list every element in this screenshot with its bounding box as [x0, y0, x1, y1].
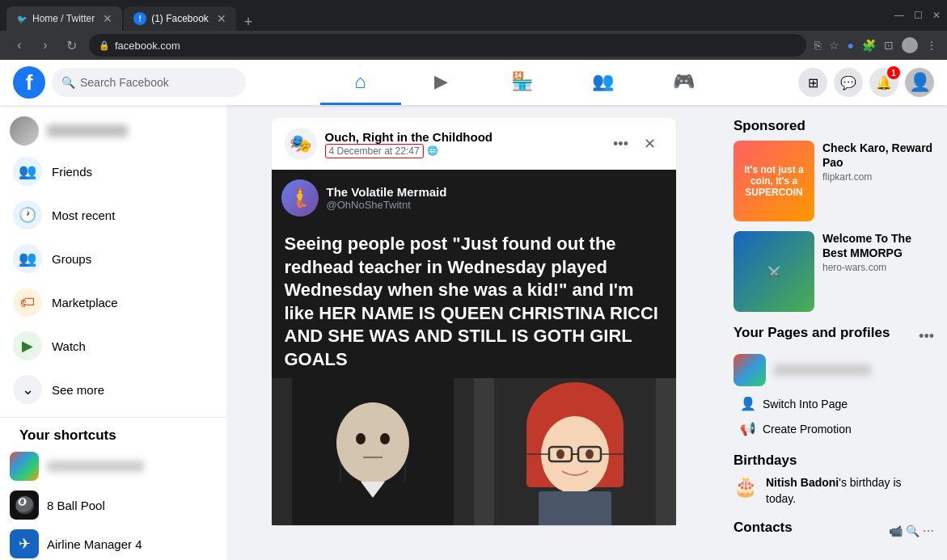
- search-icon: 🔍: [61, 76, 75, 89]
- minimize-button[interactable]: —: [894, 10, 904, 21]
- sidebar-item-most-recent[interactable]: 🕐 Most recent: [3, 194, 223, 236]
- menu-icon[interactable]: ⋮: [926, 39, 937, 52]
- birthdays-section: Birthdays 🎂 Nitish Badoni's birthday is …: [734, 453, 934, 507]
- puzzle-icon[interactable]: 🧩: [862, 39, 876, 52]
- fb-header: f 🔍 Search Facebook ⌂ ▶ 🏪 👥 🎮 ⊞ 💬 🔔 1: [0, 60, 947, 105]
- profile-circle[interactable]: [902, 37, 918, 53]
- sidebar-item-marketplace[interactable]: 🏷 Marketplace: [3, 281, 223, 323]
- extension-icon[interactable]: ●: [848, 39, 854, 52]
- shortcut-blurred-label: [47, 461, 144, 472]
- post-close-button[interactable]: ✕: [637, 131, 663, 157]
- sidebar-divider: [0, 417, 226, 418]
- ad-herowars[interactable]: ⚔️ Welcome To The Best MMORPG hero-wars.…: [734, 231, 934, 312]
- sidebar-label-groups: Groups: [52, 252, 91, 266]
- contacts-header: Contacts 📹 🔍 ⋯: [734, 520, 934, 542]
- nav-buttons: ‹ › ↻: [10, 36, 81, 55]
- fb-logo[interactable]: f: [13, 66, 45, 99]
- herowars-ad-thumb: ⚔️: [734, 231, 814, 312]
- contacts-actions: 📹 🔍 ⋯: [889, 524, 934, 537]
- back-button[interactable]: ‹: [10, 36, 29, 55]
- messenger-button[interactable]: 💬: [834, 68, 863, 97]
- nav-home[interactable]: ⌂: [320, 60, 401, 105]
- wednesday-image: [272, 378, 474, 525]
- svg-rect-20: [539, 491, 611, 525]
- forward-button[interactable]: ›: [36, 36, 55, 55]
- tab-facebook[interactable]: f (1) Facebook ✕: [124, 6, 236, 31]
- bookmark-icon[interactable]: ☆: [829, 39, 839, 52]
- switch-page-label: Switch Into Page: [763, 398, 848, 411]
- address-actions: ⎘ ☆ ● 🧩 ⊡ ⋮: [814, 37, 937, 53]
- close-button[interactable]: ✕: [932, 10, 941, 21]
- post-body: 🧜 The Volatile Mermaid @OhNoSheTwitnt Se…: [272, 170, 676, 525]
- window-controls: — ☐ ✕: [894, 10, 941, 21]
- gaming-nav-icon: 🎮: [673, 71, 695, 92]
- address-bar: ‹ › ↻ 🔒 facebook.com ⎘ ☆ ● 🧩 ⊡ ⋮: [0, 31, 947, 60]
- redhead-image: [474, 378, 676, 525]
- new-tab-button[interactable]: +: [238, 14, 260, 31]
- shortcuts-title: Your shortcuts: [10, 424, 217, 447]
- grid-menu-button[interactable]: ⊞: [798, 68, 827, 97]
- post-page-emoji: 🎭: [290, 133, 311, 154]
- groups-icon: 👥: [13, 244, 42, 273]
- post-page-icon: 🎭: [285, 128, 317, 160]
- maximize-button[interactable]: ☐: [914, 10, 923, 21]
- contacts-more-button[interactable]: ⋯: [923, 524, 934, 537]
- tab-twitter-close[interactable]: ✕: [103, 12, 112, 25]
- nav-gaming[interactable]: 🎮: [644, 60, 725, 105]
- notifications-button[interactable]: 🔔 1: [869, 68, 898, 97]
- airline-label: Airline Manager 4: [47, 537, 142, 551]
- post-header: 🎭 Ouch, Right in the Childhood 4 Decembe…: [272, 118, 676, 170]
- flipkart-ad-info: Check Karo, Reward Pao flipkart.com: [822, 141, 934, 221]
- create-promotion-button[interactable]: 📢 Create Promotion: [734, 418, 934, 440]
- search-box[interactable]: 🔍 Search Facebook: [52, 68, 246, 97]
- more-icon: ⌄: [13, 375, 42, 404]
- sidebar-user-profile[interactable]: [3, 112, 223, 150]
- tab-facebook-close[interactable]: ✕: [217, 12, 226, 25]
- switch-into-page-button[interactable]: 👤 Switch Into Page: [734, 393, 934, 415]
- shortcut-airline[interactable]: ✈ Airline Manager 4: [10, 524, 217, 560]
- tab-facebook-title: (1) Facebook: [151, 13, 209, 24]
- fb-nav: ⌂ ▶ 🏪 👥 🎮: [252, 60, 792, 105]
- ad-flipkart[interactable]: It's not just a coin, it's a SUPERCOIN C…: [734, 141, 934, 221]
- shortcut-8ball[interactable]: 🎱 8 Ball Pool: [10, 486, 217, 524]
- sidebar-item-see-more[interactable]: ⌄ See more: [3, 368, 223, 411]
- shortcut-blurred-icon: [10, 452, 39, 481]
- flipkart-ad-domain: flipkart.com: [822, 171, 934, 183]
- sidebar-item-groups[interactable]: 👥 Groups: [3, 238, 223, 280]
- tab-twitter[interactable]: 🐦 Home / Twitter ✕: [6, 6, 122, 31]
- birthday-cake-icon: 🎂: [734, 475, 758, 498]
- browser-chrome: 🐦 Home / Twitter ✕ f (1) Facebook ✕ + — …: [0, 0, 947, 31]
- pages-section: Your Pages and profiles ••• 👤 Switch Int…: [734, 325, 934, 440]
- sidebar-item-watch[interactable]: ▶ Watch: [3, 325, 223, 367]
- post-more-button[interactable]: •••: [608, 131, 634, 157]
- pages-more-button[interactable]: •••: [919, 328, 934, 345]
- sidebar-label-marketplace: Marketplace: [52, 296, 118, 309]
- sidebar-item-friends[interactable]: 👥 Friends: [3, 150, 223, 192]
- browser-tabs: 🐦 Home / Twitter ✕ f (1) Facebook ✕ +: [6, 0, 259, 31]
- user-avatar-button[interactable]: 👤: [905, 68, 934, 97]
- inner-post-images: [272, 378, 676, 525]
- contacts-video-button[interactable]: 📹: [889, 524, 903, 537]
- pages-title: Your Pages and profiles: [734, 325, 890, 341]
- herowars-ad-info: Welcome To The Best MMORPG hero-wars.com: [822, 231, 934, 312]
- post-date: 4 December at 22:47: [325, 144, 424, 158]
- nav-watch[interactable]: ▶: [401, 60, 482, 105]
- inner-post-header: 🧜 The Volatile Mermaid @OhNoSheTwitnt: [272, 170, 676, 226]
- reload-button[interactable]: ↻: [61, 36, 81, 55]
- fb-logo-letter: f: [26, 70, 33, 95]
- inner-author-info: The Volatile Mermaid @OhNoSheTwitnt: [327, 185, 447, 211]
- sidebar-label-see-more: See more: [52, 383, 104, 397]
- post-page-name[interactable]: Ouch, Right in the Childhood: [325, 130, 600, 144]
- page-item: [734, 354, 934, 386]
- shortcut-blurred[interactable]: [10, 447, 217, 486]
- nav-groups[interactable]: 👥: [563, 60, 644, 105]
- flipkart-thumb-icon: It's not just a coin, it's a SUPERCOIN: [734, 161, 814, 201]
- contacts-search-button[interactable]: 🔍: [906, 524, 920, 537]
- window-icon[interactable]: ⊡: [884, 39, 894, 52]
- sidebar-avatar: [10, 116, 39, 145]
- cast-icon[interactable]: ⎘: [814, 39, 821, 52]
- inner-tweet-post: 🧜 The Volatile Mermaid @OhNoSheTwitnt Se…: [272, 170, 676, 525]
- nav-marketplace[interactable]: 🏪: [482, 60, 563, 105]
- tab-twitter-title: Home / Twitter: [32, 13, 95, 24]
- url-bar[interactable]: 🔒 facebook.com: [89, 34, 806, 57]
